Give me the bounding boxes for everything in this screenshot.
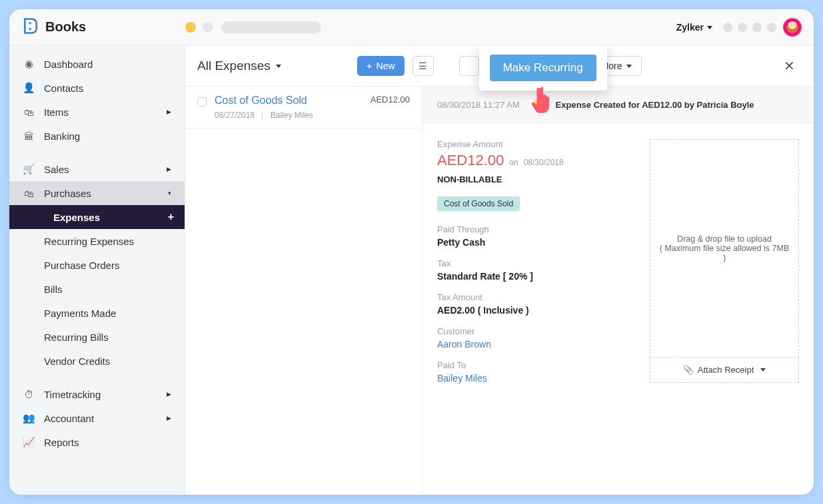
topbar: Books Zylker: [9, 9, 814, 45]
org-switcher[interactable]: Zylker: [676, 22, 712, 33]
list-menu-button[interactable]: ☰: [412, 56, 434, 76]
dashboard-icon: ◉: [23, 58, 35, 70]
log-time: 08/30/2018 11:27 AM: [437, 100, 520, 110]
new-button[interactable]: New: [357, 56, 405, 76]
sidebar-sub-recurring-bills[interactable]: Recurring Bills: [9, 325, 185, 349]
category-chip: Cost of Goods Sold: [437, 196, 520, 211]
recurring-popover: Make Recurring: [479, 45, 607, 91]
sidebar-item-sales[interactable]: 🛒 Sales ▶: [9, 157, 185, 181]
amount-label: Expense Amount: [437, 139, 630, 149]
billable-status: NON-BILLABLE: [437, 174, 630, 184]
sidebar-sub-label: Expenses: [53, 212, 100, 223]
paid-through-label: Paid Through: [437, 224, 630, 234]
chevron-right-icon: ▶: [167, 166, 171, 172]
tax-label: Tax: [437, 258, 630, 268]
svg-point-1: [29, 27, 31, 30]
chevron-right-icon: ▶: [167, 415, 171, 421]
edit-button[interactable]: [459, 56, 479, 76]
sidebar-sub-expenses[interactable]: Expenses +: [9, 205, 185, 229]
sidebar-item-timetracking[interactable]: ⏱ Timetracking ▶: [9, 382, 185, 406]
add-expense-icon[interactable]: +: [168, 211, 174, 223]
contacts-icon: 👤: [23, 82, 35, 94]
expense-row-meta: 08/27/2018 Bailey Miles: [215, 111, 363, 120]
customer-label: Customer: [437, 326, 630, 336]
purchases-icon: 🛍: [23, 188, 35, 199]
app-window: Books Zylker ◉ Dashboard 👤 Contacts 🛍: [9, 9, 814, 495]
expense-list: Cost of Goods Sold 08/27/2018 Bailey Mil…: [185, 87, 422, 495]
paperclip-icon: [683, 365, 694, 375]
tab-dot: [203, 22, 213, 33]
sidebar-item-reports[interactable]: 📈 Reports: [9, 430, 185, 454]
customer-link[interactable]: Aaron Brown: [437, 339, 630, 350]
tax-amount-value: AED2.00 ( Inclusive ): [437, 305, 630, 316]
tab-dots: [185, 22, 213, 33]
topbar-actions-placeholder: [723, 23, 776, 32]
sidebar-item-items[interactable]: 🛍 Items ▶: [9, 100, 185, 124]
app-name: Books: [45, 19, 86, 35]
books-logo-icon: [21, 17, 40, 38]
items-icon: 🛍: [23, 107, 35, 118]
avatar[interactable]: [783, 18, 802, 37]
attach-receipt-button[interactable]: Attach Receipt: [650, 358, 799, 383]
sidebar: ◉ Dashboard 👤 Contacts 🛍 Items ▶ 🏛 Banki…: [9, 45, 185, 495]
close-icon[interactable]: ✕: [777, 55, 802, 77]
row-checkbox[interactable]: [197, 97, 207, 107]
app-logo[interactable]: Books: [21, 17, 185, 38]
chevron-right-icon: ▶: [167, 391, 171, 397]
sidebar-item-banking[interactable]: 🏛 Banking: [9, 124, 185, 148]
sidebar-sub-recurring-expenses[interactable]: Recurring Expenses: [9, 229, 185, 253]
tax-amount-label: Tax Amount: [437, 292, 630, 302]
make-recurring-button[interactable]: Make Recurring: [490, 55, 596, 81]
url-pill: [221, 21, 321, 33]
tab-dot-active: [185, 22, 196, 33]
banking-icon: 🏛: [23, 130, 35, 142]
tax-value: Standard Rate [ 20% ]: [437, 271, 630, 282]
content: All Expenses New ☰ Make Recurring More: [185, 45, 814, 495]
sales-icon: 🛒: [23, 163, 35, 175]
bulb-icon: [532, 99, 544, 111]
expense-row[interactable]: Cost of Goods Sold 08/27/2018 Bailey Mil…: [185, 87, 422, 128]
activity-log: 08/30/2018 11:27 AM Expense Created for …: [422, 87, 814, 123]
sidebar-sub-purchase-orders[interactable]: Purchase Orders: [9, 253, 185, 277]
expense-row-title: Cost of Goods Sold: [215, 95, 363, 107]
sidebar-sub-payments-made[interactable]: Payments Made: [9, 301, 185, 325]
accountant-icon: 👥: [23, 412, 35, 424]
list-header: All Expenses New ☰ Make Recurring More: [185, 45, 814, 87]
log-text: Expense Created for AED12.00 by Patricia…: [556, 100, 754, 110]
receipt-dropzone[interactable]: Drag & drop file to upload ( Maximum fil…: [650, 139, 799, 358]
svg-point-0: [29, 21, 31, 24]
reports-icon: 📈: [23, 436, 35, 448]
sidebar-item-purchases[interactable]: 🛍 Purchases ▾: [9, 181, 185, 205]
sidebar-sub-bills[interactable]: Bills: [9, 277, 185, 301]
sidebar-item-dashboard[interactable]: ◉ Dashboard: [9, 52, 185, 76]
sidebar-item-contacts[interactable]: 👤 Contacts: [9, 76, 185, 100]
purchases-submenu: Expenses + Recurring Expenses Purchase O…: [9, 205, 185, 373]
chevron-down-icon: ▾: [168, 190, 171, 196]
sidebar-item-accountant[interactable]: 👥 Accountant ▶: [9, 406, 185, 430]
expense-detail: 08/30/2018 11:27 AM Expense Created for …: [422, 87, 814, 495]
expense-row-amount: AED12.00: [371, 95, 410, 120]
expense-date: 08/30/2018: [524, 158, 564, 167]
list-title-dropdown[interactable]: All Expenses: [197, 59, 281, 73]
paid-to-label: Paid To: [437, 360, 630, 370]
clock-icon: ⏱: [23, 389, 35, 400]
expense-amount: AED12.00: [437, 152, 504, 169]
sidebar-sub-vendor-credits[interactable]: Vendor Credits: [9, 349, 185, 373]
chevron-right-icon: ▶: [167, 109, 171, 115]
paid-through-value: Petty Cash: [437, 237, 630, 248]
paid-to-link[interactable]: Bailey Miles: [437, 373, 630, 383]
